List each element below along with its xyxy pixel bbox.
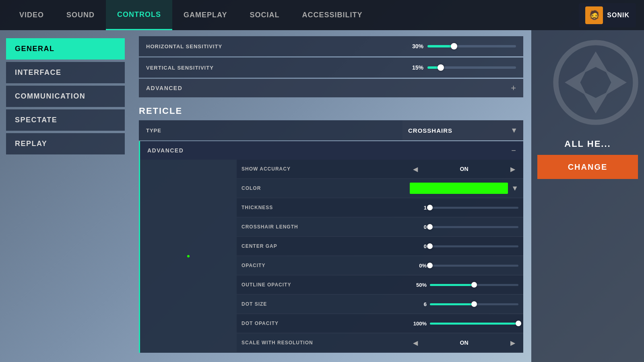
outline-opacity-value: 50% (407, 282, 427, 288)
advanced-section-label: ADVANCED (147, 147, 511, 154)
color-row: COLOR ▼ (237, 179, 523, 197)
crosshair-length-value: 0 (407, 224, 427, 230)
dot-size-fill (430, 303, 474, 305)
dot-size-thumb[interactable] (471, 301, 477, 307)
show-accuracy-label: SHOW ACCURACY (242, 166, 410, 172)
vertical-sensitivity-label: VERTICAL SENSITIVITY (146, 65, 403, 71)
outline-opacity-thumb[interactable] (471, 282, 477, 288)
reticle-section-header: RETICLE (139, 99, 523, 120)
crosshair-preview (140, 160, 237, 353)
show-accuracy-row: SHOW ACCURACY ◀ ON ▶ (237, 160, 523, 178)
change-button[interactable]: CHANGE (537, 155, 638, 179)
tab-gameplay[interactable]: GAMEPLAY (172, 0, 238, 30)
color-swatch (410, 183, 508, 194)
dot-opacity-label: DOT OPACITY (242, 321, 407, 326)
color-label: COLOR (242, 185, 410, 191)
color-chevron-icon: ▼ (511, 184, 518, 193)
advanced-content: SHOW ACCURACY ◀ ON ▶ COLOR ▼ (140, 160, 523, 353)
toggle-right-arrow[interactable]: ▶ (507, 164, 518, 175)
reticle-type-select[interactable]: CROSSHAIRS ▼ (402, 120, 523, 140)
thickness-slider[interactable] (430, 207, 518, 209)
slider-thumb[interactable] (438, 64, 444, 71)
nav-tabs: VIDEO SOUND CONTROLS GAMEPLAY SOCIAL ACC… (8, 0, 579, 30)
horizontal-sensitivity-row: HORIZONTAL SENSITIVITY 30% (139, 36, 523, 56)
dot-opacity-fill (430, 323, 518, 325)
sidebar-item-communication[interactable]: COMMUNICATION (6, 86, 125, 107)
opacity-value: 0% (407, 263, 427, 269)
center-gap-slider[interactable] (430, 245, 518, 247)
dot-size-row: DOT SIZE 6 (237, 295, 523, 313)
plus-icon: + (511, 83, 516, 93)
show-accuracy-value: ON (423, 166, 505, 172)
horizontal-sensitivity-label: HORIZONTAL SENSITIVITY (146, 43, 403, 49)
scale-resolution-value: ON (423, 339, 505, 346)
outline-opacity-label: OUTLINE OPACITY (242, 282, 407, 288)
sidebar-item-interface[interactable]: INTERFACE (6, 62, 125, 83)
reticle-type-label: TYPE (139, 128, 402, 134)
all-heroes-label: ALL HE... (531, 139, 644, 149)
vertical-sensitivity-row: VERTICAL SENSITIVITY 15% (139, 58, 523, 78)
opacity-thumb[interactable] (427, 263, 433, 268)
scale-resolution-row: SCALE WITH RESOLUTION ◀ ON ▶ (237, 333, 523, 352)
crosshair-length-label: CROSSHAIR LENGTH (242, 224, 407, 230)
center-gap-label: CENTER GAP (242, 243, 407, 249)
sidebar-item-replay[interactable]: REPLAY (6, 133, 125, 154)
chevron-down-icon: ▼ (510, 126, 518, 135)
crosshair-length-row: CROSSHAIR LENGTH 0 (237, 218, 523, 236)
slider-fill (427, 45, 454, 47)
opacity-slider[interactable] (430, 265, 518, 267)
outline-opacity-row: OUTLINE OPACITY 50% (237, 276, 523, 294)
username: SONIK (607, 12, 630, 19)
scale-resolution-toggle[interactable]: ◀ ON ▶ (410, 337, 518, 348)
avatar: 🧔 (585, 6, 603, 24)
opacity-label: OPACITY (242, 263, 407, 268)
outline-opacity-fill (430, 284, 474, 286)
tab-controls[interactable]: CONTROLS (106, 0, 172, 30)
center-gap-value: 0 (407, 243, 427, 249)
settings-panel: HORIZONTAL SENSITIVITY 30% VERTICAL SENS… (131, 30, 531, 362)
user-section: 🧔 SONIK (579, 3, 636, 27)
dot-size-slider[interactable] (430, 303, 518, 305)
show-accuracy-toggle[interactable]: ◀ ON ▶ (410, 164, 518, 175)
tab-sound[interactable]: SOUND (55, 0, 106, 30)
reticle-type-row: TYPE CROSSHAIRS ▼ (139, 120, 523, 140)
outline-opacity-slider[interactable] (430, 284, 518, 286)
horizontal-sensitivity-value: 30% (403, 43, 423, 49)
dot-opacity-value: 100% (407, 321, 427, 327)
dot-opacity-thumb[interactable] (516, 321, 521, 326)
tab-accessibility[interactable]: ACCESSIBILITY (291, 0, 374, 30)
crosshair-length-thumb[interactable] (427, 224, 433, 230)
color-select[interactable]: ▼ (410, 183, 518, 194)
sidebar-item-spectate[interactable]: SPECTATE (6, 109, 125, 131)
reticle-advanced-section: ADVANCED − SHOW ACCURACY ◀ ON (139, 141, 523, 353)
sidebar-item-general[interactable]: GENERAL (6, 38, 125, 60)
crosshair-dot (187, 255, 190, 257)
horizontal-sensitivity-slider[interactable] (427, 45, 516, 47)
scale-toggle-left-arrow[interactable]: ◀ (410, 337, 421, 348)
right-panel: ALL HE... CHANGE (531, 30, 644, 362)
toggle-left-arrow[interactable]: ◀ (410, 164, 421, 175)
slider-thumb[interactable] (451, 43, 457, 49)
overwatch-logo (551, 38, 640, 127)
reticle-advanced-header[interactable]: ADVANCED − (140, 141, 523, 160)
tab-video[interactable]: VIDEO (8, 0, 55, 30)
center-gap-thumb[interactable] (427, 243, 433, 249)
scale-resolution-label: SCALE WITH RESOLUTION (242, 340, 410, 346)
dot-size-value: 6 (407, 301, 427, 307)
thickness-row: THICKNESS 1 (237, 198, 523, 217)
sidebar: GENERAL INTERFACE COMMUNICATION SPECTATE… (0, 30, 131, 362)
minus-icon: − (511, 146, 516, 155)
thickness-label: THICKNESS (242, 205, 407, 210)
dot-opacity-slider[interactable] (430, 323, 518, 325)
thickness-value: 1 (407, 205, 427, 211)
advanced-collapsed-row[interactable]: ADVANCED + (139, 79, 523, 97)
vertical-sensitivity-slider[interactable] (427, 66, 516, 69)
dot-opacity-row: DOT OPACITY 100% (237, 314, 523, 333)
dot-size-label: DOT SIZE (242, 301, 407, 307)
scale-toggle-right-arrow[interactable]: ▶ (507, 337, 518, 348)
advanced-collapsed-label: ADVANCED (146, 85, 511, 91)
thickness-thumb[interactable] (427, 205, 433, 210)
tab-social[interactable]: SOCIAL (238, 0, 291, 30)
center-gap-row: CENTER GAP 0 (237, 237, 523, 255)
crosshair-length-slider[interactable] (430, 226, 518, 228)
